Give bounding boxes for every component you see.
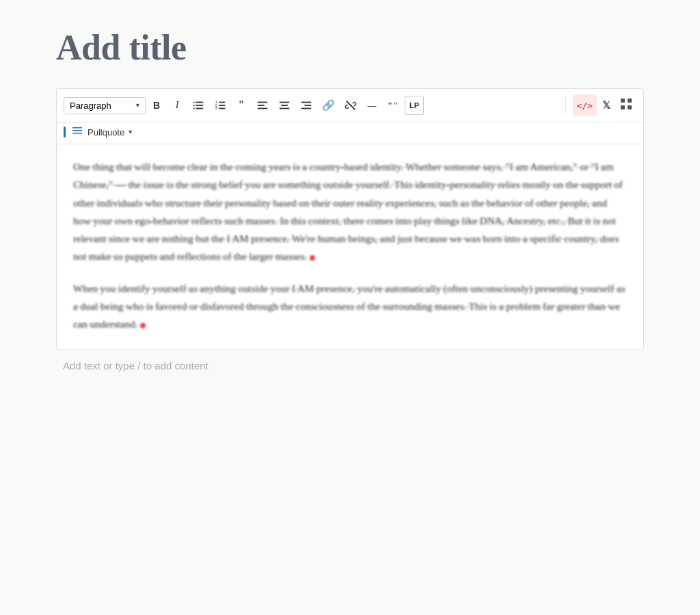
svg-rect-20 xyxy=(301,108,311,109)
svg-text:": " xyxy=(393,101,398,110)
svg-text:": " xyxy=(388,101,392,110)
svg-rect-1 xyxy=(196,102,203,103)
editor-paragraph-2[interactable]: When you identify yourself as anything o… xyxy=(73,280,627,334)
svg-rect-19 xyxy=(304,105,311,106)
paragraph-format-select[interactable]: Paragraph Heading 1 Heading 2 Heading 3 … xyxy=(64,97,146,114)
grid-button[interactable] xyxy=(616,95,636,116)
separator-button[interactable]: — xyxy=(362,96,381,115)
link-button[interactable]: 🔗 xyxy=(318,96,339,115)
svg-text:3.: 3. xyxy=(215,106,218,110)
editor-content[interactable]: One thing that will become clear in the … xyxy=(57,144,643,350)
svg-rect-18 xyxy=(301,102,311,103)
pullquote-label: Pullquote xyxy=(88,127,124,138)
svg-rect-2 xyxy=(193,105,195,106)
editor-wrapper: Paragraph Heading 1 Heading 2 Heading 3 … xyxy=(56,88,644,350)
page-title[interactable]: Add title xyxy=(56,27,644,68)
toolbar-divider xyxy=(565,97,566,114)
html-button[interactable]: </> xyxy=(573,94,597,116)
paragraph-select-wrapper: Paragraph Heading 1 Heading 2 Heading 3 … xyxy=(64,97,146,114)
align-left-button[interactable] xyxy=(252,96,273,115)
lp-button[interactable]: LP xyxy=(405,96,424,115)
pullquote-button[interactable]: Pullquote ▼ xyxy=(88,127,133,138)
svg-rect-24 xyxy=(621,99,625,103)
svg-rect-30 xyxy=(72,133,82,134)
italic-button[interactable]: I xyxy=(167,96,187,115)
quote-table-button[interactable]: " " xyxy=(383,96,403,115)
pullquote-chevron: ▼ xyxy=(127,129,133,135)
bold-button[interactable]: B xyxy=(147,96,166,115)
svg-rect-9 xyxy=(219,105,225,106)
add-content-hint: Add text or type / to add content xyxy=(56,350,644,381)
pullquote-accent xyxy=(64,127,66,138)
svg-rect-3 xyxy=(196,105,203,106)
svg-rect-11 xyxy=(219,108,225,109)
align-center-button[interactable] xyxy=(274,96,295,115)
svg-rect-5 xyxy=(196,108,203,109)
spell-error-dot-1 xyxy=(310,255,315,261)
svg-rect-7 xyxy=(219,102,225,103)
svg-rect-13 xyxy=(258,105,265,106)
unlink-button[interactable] xyxy=(340,96,361,115)
svg-rect-15 xyxy=(280,102,289,103)
toolbar: Paragraph Heading 1 Heading 2 Heading 3 … xyxy=(57,89,643,122)
pullquote-row: Pullquote ▼ xyxy=(57,122,643,144)
svg-rect-26 xyxy=(621,105,625,109)
editor-paragraph-1[interactable]: One thing that will become clear in the … xyxy=(73,158,627,266)
svg-rect-16 xyxy=(281,105,288,106)
page-container: Add title Paragraph Heading 1 Heading 2 … xyxy=(36,14,664,601)
svg-rect-27 xyxy=(628,105,632,109)
svg-rect-17 xyxy=(280,108,289,109)
twitter-button[interactable]: 𝕏 xyxy=(598,96,615,114)
svg-rect-25 xyxy=(628,99,632,103)
ordered-list-button[interactable]: 1. 2. 3. xyxy=(210,96,230,115)
list-icon xyxy=(72,126,82,138)
blockquote-button[interactable]: " xyxy=(232,96,251,115)
align-right-button[interactable] xyxy=(296,96,317,115)
svg-rect-29 xyxy=(72,130,82,131)
svg-rect-0 xyxy=(193,102,195,103)
svg-rect-28 xyxy=(72,127,82,129)
hint-text: Add text or type / to add content xyxy=(63,360,208,371)
unordered-list-button[interactable] xyxy=(188,96,208,115)
svg-rect-14 xyxy=(258,108,267,109)
svg-rect-4 xyxy=(193,108,195,109)
svg-rect-12 xyxy=(258,102,267,103)
toolbar-row1: Paragraph Heading 1 Heading 2 Heading 3 … xyxy=(64,94,636,116)
spell-error-dot-2 xyxy=(140,323,146,328)
